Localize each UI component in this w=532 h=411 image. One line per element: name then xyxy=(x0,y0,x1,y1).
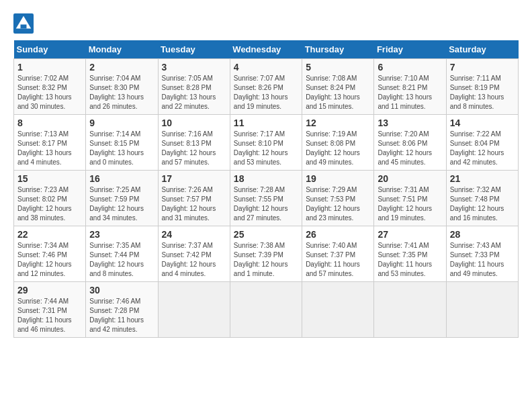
day-number: 1 xyxy=(17,62,82,73)
day-info: Sunrise: 7:29 AMSunset: 7:53 PMDaylight:… xyxy=(306,186,360,222)
day-number: 26 xyxy=(306,229,370,240)
day-info: Sunrise: 7:11 AMSunset: 8:19 PMDaylight:… xyxy=(450,75,504,110)
day-number: 9 xyxy=(89,118,154,128)
day-number: 19 xyxy=(306,173,370,184)
day-number: 10 xyxy=(162,118,226,128)
day-info: Sunrise: 7:41 AMSunset: 7:35 PMDaylight:… xyxy=(378,242,432,277)
calendar-cell: 17 Sunrise: 7:26 AMSunset: 7:57 PMDaylig… xyxy=(158,171,230,226)
weekday-header: Tuesday xyxy=(158,40,230,59)
day-info: Sunrise: 7:28 AMSunset: 7:55 PMDaylight:… xyxy=(234,186,288,222)
header xyxy=(13,13,519,34)
calendar-cell: 5 Sunrise: 7:08 AMSunset: 8:24 PMDayligh… xyxy=(302,59,374,115)
day-number: 3 xyxy=(162,62,226,73)
day-info: Sunrise: 7:34 AMSunset: 7:46 PMDaylight:… xyxy=(17,242,72,277)
calendar-cell: 1 Sunrise: 7:02 AMSunset: 8:32 PMDayligh… xyxy=(14,59,86,115)
day-number: 5 xyxy=(306,62,370,73)
day-number: 28 xyxy=(450,229,515,240)
svg-rect-2 xyxy=(21,25,27,29)
day-number: 13 xyxy=(378,118,442,128)
day-number: 24 xyxy=(162,229,226,240)
day-info: Sunrise: 7:25 AMSunset: 7:59 PMDaylight:… xyxy=(89,186,144,222)
calendar-cell: 14 Sunrise: 7:22 AMSunset: 8:04 PMDaylig… xyxy=(446,115,518,171)
day-number: 7 xyxy=(450,62,515,73)
day-info: Sunrise: 7:16 AMSunset: 8:13 PMDaylight:… xyxy=(162,130,216,166)
calendar-cell xyxy=(302,282,374,338)
calendar-cell: 19 Sunrise: 7:29 AMSunset: 7:53 PMDaylig… xyxy=(302,171,374,226)
calendar-cell xyxy=(230,282,302,338)
day-info: Sunrise: 7:31 AMSunset: 7:51 PMDaylight:… xyxy=(378,186,432,222)
day-info: Sunrise: 7:38 AMSunset: 7:39 PMDaylight:… xyxy=(234,242,288,277)
day-info: Sunrise: 7:07 AMSunset: 8:26 PMDaylight:… xyxy=(234,75,288,110)
day-info: Sunrise: 7:40 AMSunset: 7:37 PMDaylight:… xyxy=(306,242,360,277)
day-info: Sunrise: 7:04 AMSunset: 8:30 PMDaylight:… xyxy=(89,75,144,110)
calendar-cell: 10 Sunrise: 7:16 AMSunset: 8:13 PMDaylig… xyxy=(158,115,230,171)
day-number: 27 xyxy=(378,229,442,240)
calendar-cell: 11 Sunrise: 7:17 AMSunset: 8:10 PMDaylig… xyxy=(230,115,302,171)
calendar-cell: 9 Sunrise: 7:14 AMSunset: 8:15 PMDayligh… xyxy=(86,115,158,171)
day-info: Sunrise: 7:23 AMSunset: 8:02 PMDaylight:… xyxy=(17,186,72,222)
calendar-cell xyxy=(446,282,518,338)
day-number: 20 xyxy=(378,173,442,184)
day-number: 30 xyxy=(89,285,154,295)
calendar-cell: 27 Sunrise: 7:41 AMSunset: 7:35 PMDaylig… xyxy=(374,226,446,282)
calendar-cell: 7 Sunrise: 7:11 AMSunset: 8:19 PMDayligh… xyxy=(446,59,518,115)
day-info: Sunrise: 7:14 AMSunset: 8:15 PMDaylight:… xyxy=(89,130,144,166)
day-info: Sunrise: 7:46 AMSunset: 7:28 PMDaylight:… xyxy=(89,298,144,333)
day-info: Sunrise: 7:02 AMSunset: 8:32 PMDaylight:… xyxy=(17,75,72,110)
day-info: Sunrise: 7:22 AMSunset: 8:04 PMDaylight:… xyxy=(450,130,504,166)
calendar-cell: 29 Sunrise: 7:44 AMSunset: 7:31 PMDaylig… xyxy=(14,282,86,338)
day-number: 17 xyxy=(162,173,226,184)
day-info: Sunrise: 7:17 AMSunset: 8:10 PMDaylight:… xyxy=(234,130,288,166)
day-info: Sunrise: 7:19 AMSunset: 8:08 PMDaylight:… xyxy=(306,130,360,166)
day-number: 23 xyxy=(89,229,154,240)
weekday-header: Sunday xyxy=(14,40,86,59)
calendar-cell xyxy=(374,282,446,338)
logo xyxy=(13,13,36,34)
calendar-cell: 24 Sunrise: 7:37 AMSunset: 7:42 PMDaylig… xyxy=(158,226,230,282)
calendar-table: SundayMondayTuesdayWednesdayThursdayFrid… xyxy=(13,40,519,338)
weekday-header: Thursday xyxy=(302,40,374,59)
day-info: Sunrise: 7:13 AMSunset: 8:17 PMDaylight:… xyxy=(17,130,72,166)
weekday-header: Monday xyxy=(86,40,158,59)
day-info: Sunrise: 7:05 AMSunset: 8:28 PMDaylight:… xyxy=(162,75,216,110)
day-info: Sunrise: 7:35 AMSunset: 7:44 PMDaylight:… xyxy=(89,242,144,277)
day-info: Sunrise: 7:32 AMSunset: 7:48 PMDaylight:… xyxy=(450,186,504,222)
day-number: 4 xyxy=(234,62,298,73)
day-info: Sunrise: 7:20 AMSunset: 8:06 PMDaylight:… xyxy=(378,130,432,166)
calendar-cell: 15 Sunrise: 7:23 AMSunset: 8:02 PMDaylig… xyxy=(14,171,86,226)
day-number: 6 xyxy=(378,62,442,73)
calendar-cell: 23 Sunrise: 7:35 AMSunset: 7:44 PMDaylig… xyxy=(86,226,158,282)
day-info: Sunrise: 7:10 AMSunset: 8:21 PMDaylight:… xyxy=(378,75,432,110)
calendar-cell: 6 Sunrise: 7:10 AMSunset: 8:21 PMDayligh… xyxy=(374,59,446,115)
calendar-cell: 16 Sunrise: 7:25 AMSunset: 7:59 PMDaylig… xyxy=(86,171,158,226)
day-info: Sunrise: 7:37 AMSunset: 7:42 PMDaylight:… xyxy=(162,242,216,277)
day-number: 18 xyxy=(234,173,298,184)
day-number: 22 xyxy=(17,229,82,240)
weekday-header: Friday xyxy=(374,40,446,59)
calendar-cell: 13 Sunrise: 7:20 AMSunset: 8:06 PMDaylig… xyxy=(374,115,446,171)
day-number: 16 xyxy=(89,173,154,184)
calendar-cell: 30 Sunrise: 7:46 AMSunset: 7:28 PMDaylig… xyxy=(86,282,158,338)
day-number: 2 xyxy=(89,62,154,73)
calendar-cell: 21 Sunrise: 7:32 AMSunset: 7:48 PMDaylig… xyxy=(446,171,518,226)
calendar-cell: 3 Sunrise: 7:05 AMSunset: 8:28 PMDayligh… xyxy=(158,59,230,115)
calendar-cell: 28 Sunrise: 7:43 AMSunset: 7:33 PMDaylig… xyxy=(446,226,518,282)
calendar-cell: 20 Sunrise: 7:31 AMSunset: 7:51 PMDaylig… xyxy=(374,171,446,226)
day-info: Sunrise: 7:26 AMSunset: 7:57 PMDaylight:… xyxy=(162,186,216,222)
day-number: 8 xyxy=(17,118,82,128)
calendar-cell: 4 Sunrise: 7:07 AMSunset: 8:26 PMDayligh… xyxy=(230,59,302,115)
day-info: Sunrise: 7:43 AMSunset: 7:33 PMDaylight:… xyxy=(450,242,504,277)
calendar-cell: 25 Sunrise: 7:38 AMSunset: 7:39 PMDaylig… xyxy=(230,226,302,282)
calendar-cell: 12 Sunrise: 7:19 AMSunset: 8:08 PMDaylig… xyxy=(302,115,374,171)
day-info: Sunrise: 7:44 AMSunset: 7:31 PMDaylight:… xyxy=(17,298,72,333)
calendar-cell: 8 Sunrise: 7:13 AMSunset: 8:17 PMDayligh… xyxy=(14,115,86,171)
weekday-header: Saturday xyxy=(446,40,518,59)
calendar-cell: 26 Sunrise: 7:40 AMSunset: 7:37 PMDaylig… xyxy=(302,226,374,282)
day-info: Sunrise: 7:08 AMSunset: 8:24 PMDaylight:… xyxy=(306,75,360,110)
day-number: 25 xyxy=(234,229,298,240)
day-number: 15 xyxy=(17,173,82,184)
day-number: 14 xyxy=(450,118,515,128)
day-number: 21 xyxy=(450,173,515,184)
day-number: 11 xyxy=(234,118,298,128)
day-number: 29 xyxy=(17,285,82,295)
